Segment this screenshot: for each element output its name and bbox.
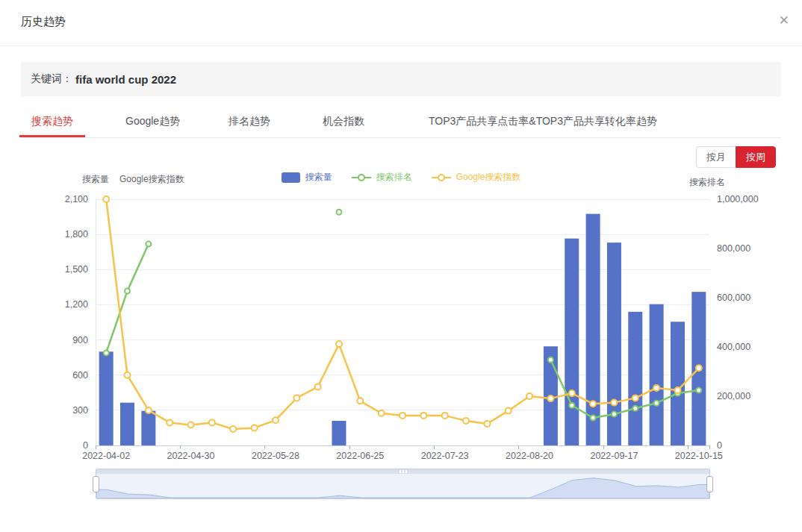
tab-search-trend[interactable]: 搜索趋势 — [19, 109, 85, 137]
svg-text:200,000: 200,000 — [717, 391, 750, 401]
legend-item-volume[interactable]: 搜索量 — [282, 171, 332, 184]
legend-label: 搜索量 — [305, 171, 332, 184]
svg-text:1,500: 1,500 — [65, 264, 88, 275]
bar — [650, 304, 664, 445]
svg-text:600: 600 — [72, 370, 88, 381]
by-week-button[interactable]: 按周 — [736, 146, 776, 168]
data-point — [125, 372, 131, 378]
svg-text:400,000: 400,000 — [717, 342, 750, 352]
data-point — [146, 242, 151, 247]
slider-data-shadow — [96, 474, 709, 498]
chart-legend: 搜索量 搜索排名 Google搜索指数 — [21, 171, 781, 184]
tab-google-trend[interactable]: Google趋势 — [114, 109, 192, 135]
svg-text:2022-06-25: 2022-06-25 — [336, 451, 384, 461]
svg-text:300: 300 — [72, 405, 88, 416]
legend-label: 搜索排名 — [376, 171, 412, 184]
bar — [99, 351, 114, 445]
data-point — [146, 407, 152, 413]
svg-text:1,200: 1,200 — [65, 299, 88, 310]
slider-left-handle[interactable] — [93, 476, 99, 492]
bar — [141, 411, 155, 445]
data-point — [675, 387, 681, 393]
data-point — [230, 426, 236, 432]
line-marker-icon — [432, 172, 451, 183]
data-point — [632, 395, 638, 401]
data-point — [612, 412, 617, 417]
data-point — [337, 210, 342, 215]
svg-text:2022-04-02: 2022-04-02 — [82, 451, 130, 461]
data-point — [103, 196, 109, 202]
bar — [586, 214, 600, 445]
bar — [628, 312, 642, 445]
line-marker-icon — [352, 172, 371, 183]
bar-swatch-icon — [282, 172, 300, 183]
tab-opportunity-index[interactable]: 机会指数 — [311, 109, 376, 135]
svg-text:2022-10-15: 2022-10-15 — [675, 451, 723, 461]
data-point — [293, 395, 299, 401]
bar — [332, 421, 346, 445]
data-point — [336, 341, 342, 347]
keyword-value: fifa world cup 2022 — [75, 73, 176, 86]
right-axis-labels: 0200,000400,000600,000800,0001,000,000 — [717, 194, 759, 451]
data-point — [273, 417, 279, 423]
data-point — [569, 403, 574, 408]
tab-ranking-trend[interactable]: 排名趋势 — [217, 109, 282, 135]
data-point — [315, 384, 321, 389]
slider-right-handle[interactable] — [706, 476, 713, 492]
left-axis-labels: 03006009001,2001,5001,8002,100 — [65, 194, 88, 451]
data-point — [696, 365, 702, 371]
page-title: 历史趋势 — [21, 15, 66, 29]
header-divider — [0, 46, 802, 46]
data-point — [548, 357, 553, 363]
bar — [671, 322, 685, 445]
tab-top3-share-trend[interactable]: TOP3产品共享点击率&TOP3产品共享转化率趋势 — [417, 109, 669, 135]
keyword-label: 关键词： — [31, 72, 72, 86]
data-point — [653, 385, 659, 391]
by-month-button[interactable]: 按月 — [696, 146, 736, 168]
close-icon[interactable]: ✕ — [779, 13, 789, 28]
history-trend-modal: 历史趋势 ✕ 关键词： fifa world cup 2022 搜索趋势 Goo… — [0, 0, 802, 532]
data-point — [188, 422, 194, 428]
period-toggle: 按月 按周 — [696, 146, 776, 168]
keyword-bar: 关键词： fifa world cup 2022 — [21, 62, 781, 96]
data-point — [167, 419, 172, 425]
svg-text:800,000: 800,000 — [717, 243, 750, 254]
volume-bars — [99, 214, 706, 445]
data-point — [252, 425, 258, 431]
svg-text:0: 0 — [717, 440, 722, 451]
svg-text:2022-07-23: 2022-07-23 — [421, 451, 469, 461]
data-point — [547, 395, 553, 401]
legend-item-google-index[interactable]: Google搜索指数 — [432, 171, 521, 184]
data-point — [591, 416, 596, 421]
svg-text:2022-08-20: 2022-08-20 — [506, 451, 553, 461]
slider-grip-icon — [400, 470, 407, 473]
data-point — [569, 390, 575, 396]
slider-track[interactable] — [96, 474, 709, 498]
data-point — [526, 393, 532, 399]
svg-text:600,000: 600,000 — [717, 292, 750, 303]
data-point — [484, 421, 490, 427]
svg-text:1,800: 1,800 — [65, 229, 88, 240]
x-axis-labels: 2022-04-022022-04-302022-05-282022-06-25… — [82, 451, 723, 461]
data-point — [125, 289, 130, 294]
legend-label: Google搜索指数 — [456, 171, 521, 184]
data-point — [357, 398, 363, 404]
x-axis-ticks — [96, 445, 709, 449]
svg-text:2022-05-28: 2022-05-28 — [252, 451, 299, 461]
legend-item-ranking[interactable]: 搜索排名 — [352, 171, 412, 184]
bar — [565, 239, 579, 445]
data-point — [632, 406, 638, 411]
right-axis-name: 搜索排名 — [689, 176, 725, 189]
svg-text:1,000,000: 1,000,000 — [717, 194, 759, 204]
data-point — [442, 413, 448, 419]
tab-bar: 搜索趋势 Google趋势 排名趋势 机会指数 TOP3产品共享点击率&TOP3… — [21, 109, 781, 138]
data-point — [463, 418, 469, 424]
data-point — [506, 408, 512, 414]
data-zoom-slider[interactable] — [96, 469, 710, 499]
data-point — [379, 410, 385, 416]
data-point — [654, 401, 659, 406]
trend-chart: 03006009001,2001,5001,8002,1000200,00040… — [21, 190, 781, 468]
data-point — [590, 401, 596, 407]
data-point — [420, 413, 426, 419]
data-point — [209, 419, 215, 425]
